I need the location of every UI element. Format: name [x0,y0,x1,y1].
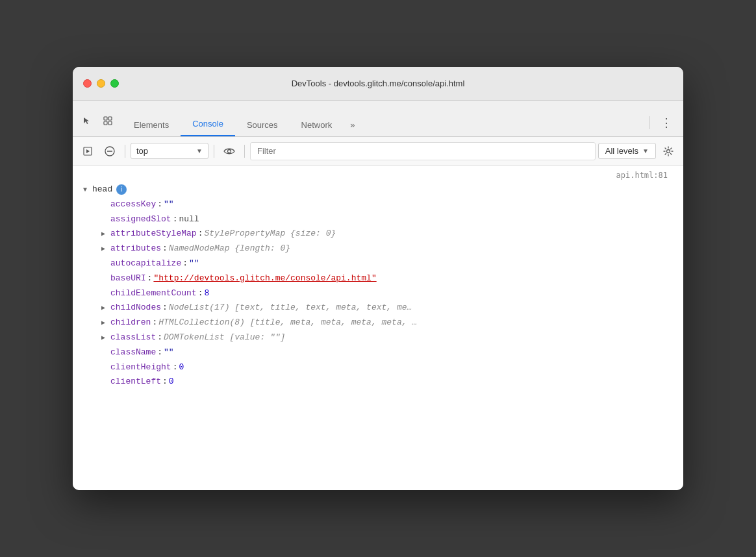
toolbar-divider-2 [214,145,214,158]
tab-network[interactable]: Network [290,115,344,136]
prop-key-childnodes: childNodes [110,301,161,315]
svg-point-9 [667,149,670,153]
prop-key-accesskey: accessKey [110,198,156,212]
tree-row-childelementcount: childElementCount : 8 [83,286,673,301]
eye-button[interactable] [220,142,239,161]
traffic-lights [83,79,119,88]
tree-row-classname: className : "" [83,345,673,360]
maximize-button[interactable] [110,79,119,88]
head-label: head [92,183,112,197]
prop-val-classlist: DOMTokenList [value: ""] [164,331,285,345]
tree-row-attributestylemap: attributeStyleMap : StylePropertyMap {si… [83,227,673,241]
svg-point-8 [228,149,231,153]
prop-key-clientleft: clientLeft [110,375,161,389]
svg-marker-5 [86,149,90,153]
prop-key-childelementcount: childElementCount [110,287,197,301]
toolbar-divider-1 [125,145,125,158]
head-info-badge[interactable]: i [116,184,127,195]
context-arrow-icon: ▼ [196,147,203,155]
tree-row-assignedslot: assignedSlot : null [83,212,673,227]
prop-val-accesskey: "" [164,198,174,212]
prop-val-attributestylemap: StylePropertyMap {size: 0} [204,227,336,241]
prop-val-children: HTMLCollection(8) [title, meta, meta, me… [158,316,417,330]
levels-arrow-icon: ▼ [642,147,649,155]
title-bar: DevTools - devtools.glitch.me/console/ap… [73,67,683,101]
prop-val-classname: "" [164,346,174,360]
execute-button[interactable] [78,142,97,161]
object-tree: head i accessKey : "" assignedSlot : nul… [83,182,673,390]
expand-children[interactable] [101,318,109,328]
expand-classlist[interactable] [101,333,109,343]
tabs-bar: Elements Console Sources Network » ⋮ [73,101,683,137]
tree-row-classlist: classList : DOMTokenList [value: ""] [83,330,673,345]
tab-more[interactable]: » [344,115,361,136]
expand-attributes[interactable] [101,244,109,254]
prop-key-baseuri: baseURI [110,272,146,286]
settings-button[interactable] [659,142,678,161]
close-button[interactable] [83,79,92,88]
expand-childnodes[interactable] [101,303,109,314]
console-toolbar: top ▼ All levels ▼ [73,137,683,166]
tab-elements[interactable]: Elements [122,115,181,136]
context-selector[interactable]: top ▼ [131,143,208,159]
expand-attributestylemap[interactable] [101,229,109,240]
filter-input[interactable] [250,142,596,160]
cursor-icon-btn[interactable] [78,112,96,130]
svg-rect-2 [104,121,107,125]
prop-key-autocapitalize: autocapitalize [110,257,181,271]
tree-row-childnodes: childNodes : NodeList(17) [text, title, … [83,301,673,316]
prop-val-childelementcount: 8 [204,287,209,301]
svg-rect-0 [104,117,107,120]
tab-sources[interactable]: Sources [235,115,290,136]
svg-rect-3 [108,121,112,125]
minimize-button[interactable] [97,79,105,88]
prop-val-clientleft: 0 [169,375,174,389]
file-link-anchor[interactable]: api.html:81 [616,171,668,180]
levels-label: All levels [605,146,638,156]
prop-key-attributestylemap: attributeStyleMap [110,227,197,241]
toolbar-divider-3 [244,145,245,158]
tabs-menu-group: ⋮ [649,116,678,136]
tab-console[interactable]: Console [181,114,235,136]
devtools-window: DevTools - devtools.glitch.me/console/ap… [73,67,683,490]
tabs-list: Elements Console Sources Network » [122,101,649,136]
clear-button[interactable] [100,142,120,161]
prop-key-classname: className [110,346,156,360]
log-levels-selector[interactable]: All levels ▼ [598,143,656,159]
tree-row-clientheight: clientHeight : 0 [83,360,673,375]
layers-icon-btn[interactable] [99,112,117,130]
prop-val-childnodes: NodeList(17) [text, title, text, meta, t… [169,301,412,315]
more-options-button[interactable]: ⋮ [661,116,673,130]
tree-row-accesskey: accessKey : "" [83,197,673,212]
tree-row-autocapitalize: autocapitalize : "" [83,256,673,271]
prop-key-attributes: attributes [110,242,161,256]
prop-val-autocapitalize: "" [189,257,199,271]
prop-val-attributes: NamedNodeMap {length: 0} [169,242,290,256]
tree-row-attributes: attributes : NamedNodeMap {length: 0} [83,241,673,256]
prop-val-assignedslot: null [179,213,199,227]
prop-val-baseuri: "http://devtools.glitch.me/console/api.h… [153,272,376,286]
window-title: DevTools - devtools.glitch.me/console/ap… [292,79,465,88]
context-value: top [136,146,148,156]
tree-row-baseuri: baseURI : "http://devtools.glitch.me/con… [83,271,673,286]
tree-row-children: children : HTMLCollection(8) [title, met… [83,316,673,330]
svg-rect-1 [108,117,112,120]
file-reference: api.html:81 [83,171,673,180]
tab-icon-group [78,112,117,136]
tree-row-clientleft: clientLeft : 0 [83,375,673,390]
prop-key-clientheight: clientHeight [110,361,171,375]
tree-row-head: head i [83,182,673,197]
console-output: api.html:81 head i accessKey : "" assign… [73,166,683,490]
prop-val-clientheight: 0 [179,361,184,375]
prop-key-assignedslot: assignedSlot [110,213,171,227]
head-expand-arrow[interactable] [83,185,91,195]
prop-key-children: children [110,316,151,330]
prop-key-classlist: classList [110,331,156,345]
